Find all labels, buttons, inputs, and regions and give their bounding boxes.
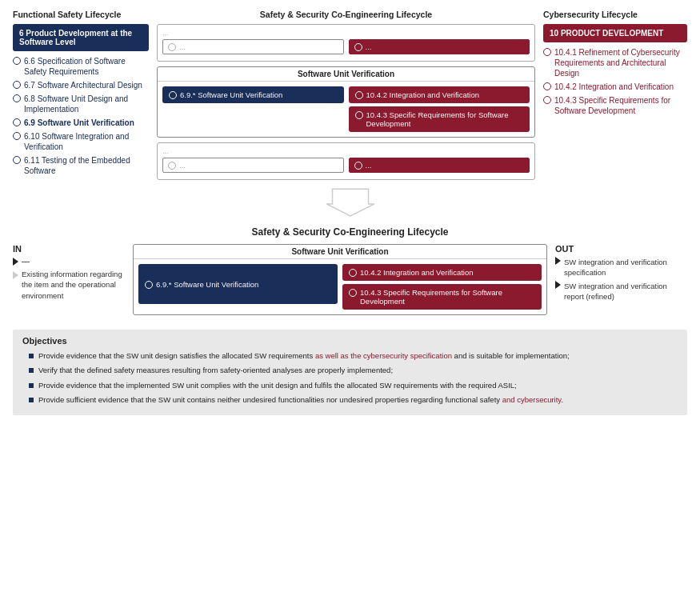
- bottom-layout: IN — Existing information regarding the …: [13, 244, 687, 320]
- bottom-section: Safety & Security Co-Engineering Lifecyc…: [13, 226, 687, 415]
- bottom-suv-left: 6.9.* Software Unit Verification: [138, 264, 338, 310]
- obj-item-3: Provide evidence that the implemented SW…: [29, 380, 678, 391]
- suv-circle: [355, 111, 363, 119]
- csl-item-label: 10.4.3 Specific Requirements for Softwar…: [554, 95, 687, 116]
- csl-box: 10 PRODUCT DEVELOPMENT: [543, 24, 687, 42]
- item-label: 6.6 Specification of Software Safety Req…: [24, 56, 149, 77]
- bottom-suv-body: 6.9.* Software Unit Verification 10.4.2 …: [134, 259, 546, 314]
- fsl-list: 6.6 Specification of Software Safety Req…: [13, 56, 149, 176]
- sse-column: Safety & Security Co-Engineering Lifecyc…: [157, 10, 535, 180]
- item-label: 6.8 Software Unit Design and Implementat…: [24, 94, 149, 114]
- suv-red-label-2: 10.4.3 Specific Requirements for Softwar…: [366, 110, 524, 128]
- bottom-suv-circle: [145, 281, 153, 289]
- suv-left: 6.9.* Software Unit Verification: [162, 86, 344, 132]
- csl-list-item: 10.4.3 Specific Requirements for Softwar…: [543, 95, 687, 116]
- bottom-suv-blue-item: 6.9.* Software Unit Verification: [138, 264, 338, 304]
- bottom-suv-wrapper: Software Unit Verification 6.9.* Softwar…: [133, 244, 547, 320]
- top-section: Functional Safety Lifecycle 6 Product De…: [13, 10, 687, 180]
- circle-icon: [13, 132, 21, 140]
- bottom-placeholder-row: ... ... ...: [157, 142, 535, 180]
- list-item: 6.11 Testing of the Embedded Software: [13, 155, 149, 176]
- csl-item-label: 10.4.1 Refinement of Cybersecurity Requi…: [554, 47, 687, 78]
- placeholder-circle: [168, 43, 176, 51]
- suv-red-item-1: 10.4.2 Integration and Verification: [349, 86, 530, 103]
- placeholder-circle: [168, 162, 176, 170]
- csl-circle: [543, 96, 551, 104]
- item-label: 6.7 Software Architectural Design: [24, 80, 142, 90]
- circle-icon: [13, 94, 21, 102]
- bottom-suv-header: Software Unit Verification: [134, 245, 546, 259]
- obj-item-1: Provide evidence that the SW unit design…: [29, 350, 678, 362]
- csl-list: 10.4.1 Refinement of Cybersecurity Requi…: [543, 47, 687, 116]
- obj-item-2: Verify that the defined safety measures …: [29, 365, 678, 376]
- placeholder-item-left: ...: [162, 158, 344, 173]
- sse-title: Safety & Security Co-Engineering Lifecyc…: [157, 10, 535, 19]
- in-dash-label: —: [22, 257, 30, 266]
- bottom-suv-red-label-1: 10.4.2 Integration and Verification: [360, 268, 474, 277]
- list-item-active: 6.9 Software Unit Verification: [13, 118, 149, 128]
- obj-bullet: [29, 383, 34, 388]
- circle-icon: [13, 81, 21, 89]
- red-text-2: and cybersecurity: [502, 395, 562, 404]
- in-box: IN — Existing information regarding the …: [13, 244, 125, 304]
- csl-circle: [543, 48, 551, 56]
- placeholder-item-left: ...: [162, 39, 344, 54]
- fsl-title: Functional Safety Lifecycle: [13, 10, 149, 19]
- bottom-suv-red-label-2: 10.4.3 Specific Requirements for Softwar…: [360, 288, 535, 306]
- bottom-suv-blue-label: 6.9.* Software Unit Verification: [156, 280, 258, 289]
- triangle-icon: [555, 281, 561, 289]
- bottom-suv-red-circle: [349, 289, 357, 297]
- out-item-1: SW integration and verification specific…: [555, 257, 687, 278]
- in-label: IN: [13, 244, 125, 254]
- bottom-suv-red-1: 10.4.2 Integration and Verification: [342, 264, 542, 281]
- suv-circle: [169, 91, 177, 99]
- obj-text-2: Verify that the defined safety measures …: [38, 365, 393, 376]
- circle-icon: [13, 118, 21, 126]
- bottom-suv-red-2: 10.4.3 Specific Requirements for Softwar…: [342, 284, 542, 310]
- svg-marker-0: [326, 189, 374, 216]
- obj-bullet: [29, 354, 34, 358]
- csl-column: Cybersecurity Lifecycle 10 PRODUCT DEVEL…: [543, 10, 687, 180]
- triangle-icon: [555, 257, 561, 265]
- out-text-1: SW integration and verification specific…: [564, 257, 687, 278]
- item-label: 6.9 Software Unit Verification: [24, 118, 134, 128]
- csl-list-item: 10.4.2 Integration and Verification: [543, 82, 687, 92]
- bottom-suv-red-circle: [349, 269, 357, 277]
- triangle-outline-icon: [13, 271, 18, 279]
- out-text-2: SW integration and verification report (…: [564, 281, 687, 302]
- dot-label: ...: [162, 147, 530, 155]
- triangle-icon: [13, 258, 18, 266]
- red-text: as well as the cybersecurity specificati…: [315, 351, 452, 360]
- objectives-section: Objectives Provide evidence that the SW …: [13, 330, 687, 415]
- suv-right: 10.4.2 Integration and Verification 10.4…: [349, 86, 530, 132]
- objectives-list: Provide evidence that the SW unit design…: [22, 350, 678, 406]
- obj-bullet: [29, 398, 34, 402]
- suv-blue-label: 6.9.* Software Unit Verification: [180, 90, 282, 99]
- placeholder-circle: [354, 162, 362, 170]
- suv-circle: [355, 91, 363, 99]
- placeholder-item-right: ...: [349, 158, 530, 173]
- placeholder-circle: [354, 43, 362, 51]
- circle-icon: [13, 156, 21, 164]
- bottom-suv-right: 10.4.2 Integration and Verification 10.4…: [342, 264, 542, 310]
- arrow-down: [13, 186, 687, 220]
- list-item: 6.8 Software Unit Design and Implementat…: [13, 94, 149, 114]
- bottom-title: Safety & Security Co-Engineering Lifecyc…: [13, 226, 687, 238]
- suv-blue-item: 6.9.* Software Unit Verification: [162, 86, 344, 103]
- dot-label: ...: [162, 29, 530, 37]
- obj-text-3: Provide evidence that the implemented SW…: [38, 380, 517, 391]
- csl-item-label: 10.4.2 Integration and Verification: [554, 82, 674, 92]
- top-placeholder-row: ... ... ...: [157, 24, 535, 62]
- obj-item-4: Provide sufficient evidence that the SW …: [29, 394, 678, 406]
- out-label: OUT: [555, 244, 687, 254]
- csl-title: Cybersecurity Lifecycle: [543, 10, 687, 19]
- suv-red-label-1: 10.4.2 Integration and Verification: [366, 90, 480, 99]
- csl-list-item: 10.4.1 Refinement of Cybersecurity Requi…: [543, 47, 687, 78]
- list-item: 6.6 Specification of Software Safety Req…: [13, 56, 149, 77]
- item-label: 6.11 Testing of the Embedded Software: [24, 155, 149, 176]
- in-text: Existing information regarding the item …: [22, 269, 125, 301]
- list-item: 6.10 Software Integration and Verificati…: [13, 131, 149, 152]
- in-item-dash: —: [13, 257, 125, 266]
- out-box: OUT SW integration and verification spec…: [555, 244, 687, 304]
- suv-container-top: Software Unit Verification 6.9.* Softwar…: [157, 66, 535, 138]
